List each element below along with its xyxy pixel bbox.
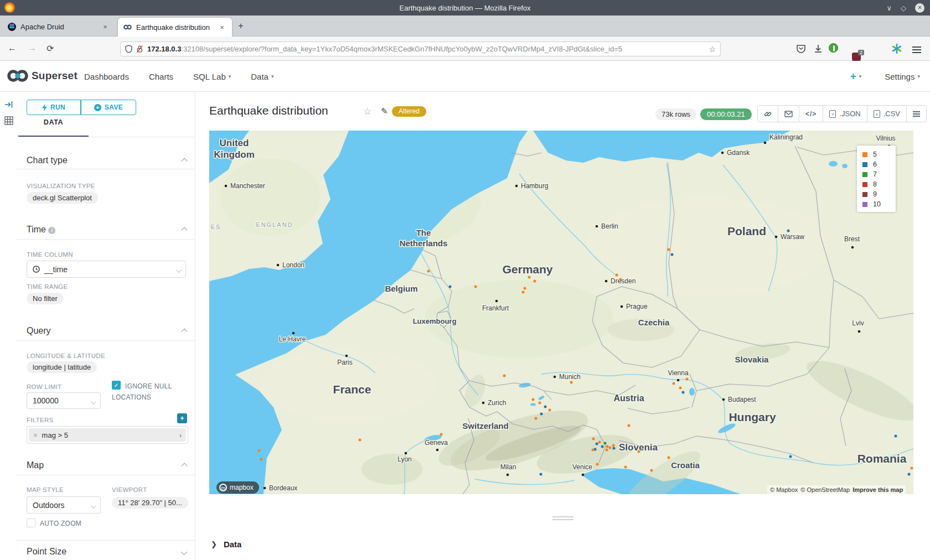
map-label: Frankfurt <box>482 304 509 312</box>
query-timer-badge: 00:00:03.21 <box>700 108 752 120</box>
window-close-icon[interactable]: × <box>915 3 924 13</box>
improve-map-link[interactable]: Improve this map <box>852 486 903 493</box>
row-limit-select[interactable]: 100000 <box>27 392 101 409</box>
map-label: Austria <box>613 393 644 403</box>
edit-title-icon[interactable]: ✎ <box>381 106 388 116</box>
city-dot <box>277 264 280 267</box>
nav-item-sql-lab[interactable]: SQL Lab▾ <box>193 72 231 81</box>
save-button[interactable]: + SAVE <box>81 100 136 115</box>
legend-swatch <box>862 172 867 177</box>
nav-item-charts[interactable]: Charts <box>149 72 173 81</box>
map-label: Slovakia <box>735 355 769 364</box>
city-dot <box>507 474 509 476</box>
pocket-icon[interactable] <box>795 43 807 54</box>
map-label: Brest <box>844 235 860 243</box>
tab-apache-druid[interactable]: Apache Druid × <box>2 17 115 37</box>
embed-code-button[interactable]: </> <box>799 106 823 122</box>
remove-filter-icon[interactable]: × <box>33 431 38 439</box>
more-options-button[interactable] <box>907 106 926 122</box>
lonlat-value[interactable]: longitude | latitude <box>27 361 97 373</box>
section-point-size[interactable]: Point Size <box>27 547 185 557</box>
url-bar[interactable]: 172.18.0.3:32108/superset/explore/?form_… <box>120 42 721 56</box>
chart-title: Earthquake distribution <box>209 104 328 117</box>
email-button[interactable] <box>778 106 799 122</box>
new-tab-button[interactable]: + <box>238 20 244 32</box>
lonlat-label: LONGITUDE & LATITUDE <box>27 352 105 359</box>
section-query[interactable]: Query <box>27 326 185 336</box>
control-panel: RUN + SAVE DATA Chart type VISUALIZATION… <box>17 92 195 560</box>
viz-type-value[interactable]: deck.gl Scatterplot <box>27 192 98 204</box>
scatter-point <box>789 455 792 458</box>
close-tab-icon[interactable]: × <box>218 23 226 32</box>
add-filter-button[interactable]: + <box>177 413 187 423</box>
window-restore-icon[interactable]: ◇ <box>901 4 906 12</box>
insecure-lock-icon[interactable] <box>136 45 143 53</box>
tab-earthquake-distribution[interactable]: Earthquake distribution × <box>117 17 232 37</box>
menu-icon[interactable] <box>912 45 923 56</box>
plus-icon: + <box>850 70 856 82</box>
legend-item: 6 <box>862 159 896 169</box>
section-time[interactable]: Time i <box>27 225 185 235</box>
superset-favicon-icon <box>123 24 132 30</box>
copy-link-button[interactable] <box>758 106 778 122</box>
map-style-label: MAP STYLE <box>27 486 64 493</box>
section-map[interactable]: Map <box>27 460 185 470</box>
firefox-icon <box>4 2 15 13</box>
tab-data[interactable]: DATA <box>18 118 89 133</box>
map-label: Prague <box>626 303 648 310</box>
map-style-select[interactable]: Outdoors <box>27 496 101 514</box>
filter-chip[interactable]: × mag > 5 › <box>29 428 186 442</box>
viewport-value[interactable]: 11° 28' 29.70" | 50... <box>112 497 188 509</box>
scatter-point <box>570 381 573 384</box>
scatter-point <box>528 276 531 279</box>
city-dot <box>721 152 724 154</box>
map-label: Czechia <box>638 318 670 327</box>
grid-icon[interactable] <box>4 116 13 125</box>
mapbox-attribution-link[interactable]: © Mapbox <box>770 486 798 493</box>
favorite-star-icon[interactable]: ☆ <box>363 106 371 117</box>
downloads-icon[interactable] <box>813 43 824 54</box>
nav-item-dashboards[interactable]: Dashboards <box>84 72 129 81</box>
legend-swatch <box>862 182 867 187</box>
shield-icon[interactable] <box>125 45 132 53</box>
osm-attribution-link[interactable]: © OpenStreetMap <box>800 486 850 493</box>
resize-handle[interactable] <box>552 516 574 522</box>
data-panel-toggle[interactable]: ❯ Data <box>211 540 241 549</box>
time-range-value[interactable]: No filter <box>27 293 64 304</box>
window-minimize-icon[interactable]: ∨ <box>886 4 892 12</box>
bookmark-star-icon[interactable]: ☆ <box>709 45 716 54</box>
row-count-badge: 73k rows <box>655 108 696 120</box>
forward-button[interactable]: → <box>28 43 37 53</box>
extension-asterisk-icon[interactable] <box>891 43 902 54</box>
deckgl-map[interactable]: ENGLANDES UnitedKingdomTheNetherlandsBel… <box>209 131 913 494</box>
scatter-point <box>609 447 612 449</box>
map-label: Romania <box>857 452 907 465</box>
export-csv-button[interactable]: x .CSV <box>867 106 907 122</box>
scatter-point <box>601 445 604 448</box>
superset-logo[interactable]: Superset <box>7 69 78 83</box>
city-dot <box>436 449 439 452</box>
reload-button[interactable]: ⟳ <box>46 43 54 54</box>
legend-item: 5 <box>862 149 896 159</box>
tab-title: Apache Druid <box>20 23 96 31</box>
map-label: Warsaw <box>781 233 804 241</box>
time-column-select[interactable]: __time <box>27 261 186 278</box>
city-dot <box>605 280 608 283</box>
expand-panel-icon[interactable] <box>4 101 13 108</box>
chevron-right-icon[interactable]: › <box>179 431 182 439</box>
run-button[interactable]: RUN <box>27 100 81 115</box>
scatter-point <box>539 402 541 405</box>
close-tab-icon[interactable]: × <box>101 23 110 31</box>
auto-zoom-checkbox[interactable] <box>27 518 35 527</box>
section-chart-type[interactable]: Chart type <box>27 155 185 165</box>
nav-item-data[interactable]: Data▾ <box>251 72 273 81</box>
ignore-null-checkbox[interactable]: ✓ <box>112 381 121 390</box>
settings-menu[interactable]: Settings ▾ <box>885 72 920 81</box>
code-icon: </> <box>805 110 817 118</box>
extension-green-icon[interactable] <box>829 43 838 53</box>
map-label: Vilnius <box>876 134 895 142</box>
add-new-button[interactable]: + ▾ <box>850 70 862 82</box>
back-button[interactable]: ← <box>8 43 17 53</box>
mapbox-logo[interactable]: m mapbox <box>216 481 259 494</box>
export-json-button[interactable]: ≡ .JSON <box>823 106 867 122</box>
